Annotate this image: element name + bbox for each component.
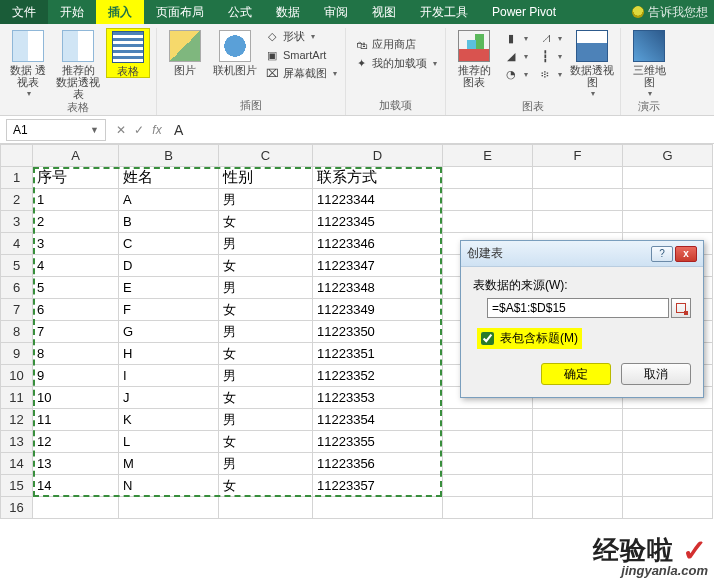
- cell[interactable]: 女: [219, 211, 313, 233]
- cell[interactable]: 序号: [33, 167, 119, 189]
- cell[interactable]: D: [119, 255, 219, 277]
- cell[interactable]: [623, 431, 713, 453]
- cell[interactable]: F: [119, 299, 219, 321]
- cell[interactable]: 联系方式: [313, 167, 443, 189]
- cell[interactable]: K: [119, 409, 219, 431]
- row-header[interactable]: 2: [1, 189, 33, 211]
- row-header[interactable]: 5: [1, 255, 33, 277]
- cell[interactable]: [533, 453, 623, 475]
- cell[interactable]: E: [119, 277, 219, 299]
- cell[interactable]: 11223347: [313, 255, 443, 277]
- cell[interactable]: L: [119, 431, 219, 453]
- tab-dev[interactable]: 开发工具: [408, 0, 480, 24]
- cell[interactable]: 13: [33, 453, 119, 475]
- cell[interactable]: 11223350: [313, 321, 443, 343]
- cell[interactable]: [533, 431, 623, 453]
- cell[interactable]: [623, 475, 713, 497]
- chart-type-1[interactable]: ▮▾⩘▾: [502, 30, 564, 46]
- cell[interactable]: I: [119, 365, 219, 387]
- name-box[interactable]: A1▼: [6, 119, 106, 141]
- cell[interactable]: 4: [33, 255, 119, 277]
- cell[interactable]: 6: [33, 299, 119, 321]
- cell[interactable]: 7: [33, 321, 119, 343]
- shapes-button[interactable]: ◇形状▾: [263, 28, 339, 45]
- cell[interactable]: 1: [33, 189, 119, 211]
- cell[interactable]: [533, 497, 623, 519]
- my-addins-button[interactable]: ✦我的加载项▾: [352, 55, 439, 72]
- cell[interactable]: 2: [33, 211, 119, 233]
- col-header-c[interactable]: C: [219, 145, 313, 167]
- dialog-help-button[interactable]: ?: [651, 246, 673, 262]
- tab-review[interactable]: 审阅: [312, 0, 360, 24]
- row-header[interactable]: 1: [1, 167, 33, 189]
- row-header[interactable]: 10: [1, 365, 33, 387]
- cell[interactable]: 11223345: [313, 211, 443, 233]
- screenshot-button[interactable]: ⌧屏幕截图▾: [263, 65, 339, 82]
- col-header-e[interactable]: E: [443, 145, 533, 167]
- col-header-d[interactable]: D: [313, 145, 443, 167]
- cell[interactable]: [443, 475, 533, 497]
- row-header[interactable]: 16: [1, 497, 33, 519]
- col-header-g[interactable]: G: [623, 145, 713, 167]
- cell[interactable]: A: [119, 189, 219, 211]
- row-header[interactable]: 11: [1, 387, 33, 409]
- chart-type-2[interactable]: ◢▾┇▾: [502, 48, 564, 64]
- cell[interactable]: [533, 475, 623, 497]
- cell[interactable]: 3: [33, 233, 119, 255]
- cell[interactable]: 10: [33, 387, 119, 409]
- cell[interactable]: [33, 497, 119, 519]
- col-header-a[interactable]: A: [33, 145, 119, 167]
- cell[interactable]: 男: [219, 277, 313, 299]
- cell[interactable]: 女: [219, 387, 313, 409]
- store-button[interactable]: 🛍应用商店: [352, 36, 439, 53]
- cell[interactable]: [533, 189, 623, 211]
- tab-file[interactable]: 文件: [0, 0, 48, 24]
- cell[interactable]: 男: [219, 233, 313, 255]
- cell[interactable]: [623, 453, 713, 475]
- cell[interactable]: H: [119, 343, 219, 365]
- formula-input[interactable]: A: [166, 122, 714, 138]
- has-headers-checkbox[interactable]: [481, 332, 494, 345]
- cancel-button[interactable]: 取消: [621, 363, 691, 385]
- chart-type-3[interactable]: ◔▾፨▾: [502, 66, 564, 82]
- cell[interactable]: 11223353: [313, 387, 443, 409]
- smartart-button[interactable]: ▣SmartArt: [263, 47, 339, 63]
- row-header[interactable]: 8: [1, 321, 33, 343]
- has-headers-checkbox-row[interactable]: 表包含标题(M): [477, 328, 582, 349]
- cell[interactable]: 11223357: [313, 475, 443, 497]
- row-header[interactable]: 13: [1, 431, 33, 453]
- 3d-map-button[interactable]: 三维地 图▾: [627, 28, 671, 99]
- cell[interactable]: N: [119, 475, 219, 497]
- cell[interactable]: [623, 189, 713, 211]
- cell[interactable]: [623, 211, 713, 233]
- row-header[interactable]: 9: [1, 343, 33, 365]
- dialog-title-bar[interactable]: 创建表 ? x: [461, 241, 703, 267]
- range-picker-button[interactable]: [671, 298, 691, 318]
- cell[interactable]: 女: [219, 255, 313, 277]
- cell[interactable]: 11223349: [313, 299, 443, 321]
- chevron-down-icon[interactable]: ▼: [90, 125, 99, 135]
- cell[interactable]: 男: [219, 189, 313, 211]
- cell[interactable]: 男: [219, 453, 313, 475]
- recommended-pivot-button[interactable]: 推荐的 数据透视表: [56, 28, 100, 100]
- picture-button[interactable]: 图片: [163, 28, 207, 76]
- tell-me[interactable]: 告诉我您想: [626, 0, 714, 24]
- row-header[interactable]: 7: [1, 299, 33, 321]
- cell[interactable]: 11223344: [313, 189, 443, 211]
- cell[interactable]: [533, 409, 623, 431]
- source-range-input[interactable]: [487, 298, 669, 318]
- cell[interactable]: 女: [219, 343, 313, 365]
- cell[interactable]: 11223348: [313, 277, 443, 299]
- cell[interactable]: 5: [33, 277, 119, 299]
- cell[interactable]: 11223346: [313, 233, 443, 255]
- cell[interactable]: 女: [219, 475, 313, 497]
- cell[interactable]: B: [119, 211, 219, 233]
- cell[interactable]: C: [119, 233, 219, 255]
- cell[interactable]: 11: [33, 409, 119, 431]
- cell[interactable]: 11223354: [313, 409, 443, 431]
- cell[interactable]: [623, 497, 713, 519]
- recommended-charts-button[interactable]: 推荐的 图表: [452, 28, 496, 88]
- online-picture-button[interactable]: 联机图片: [213, 28, 257, 76]
- cell[interactable]: [623, 167, 713, 189]
- cell[interactable]: 男: [219, 409, 313, 431]
